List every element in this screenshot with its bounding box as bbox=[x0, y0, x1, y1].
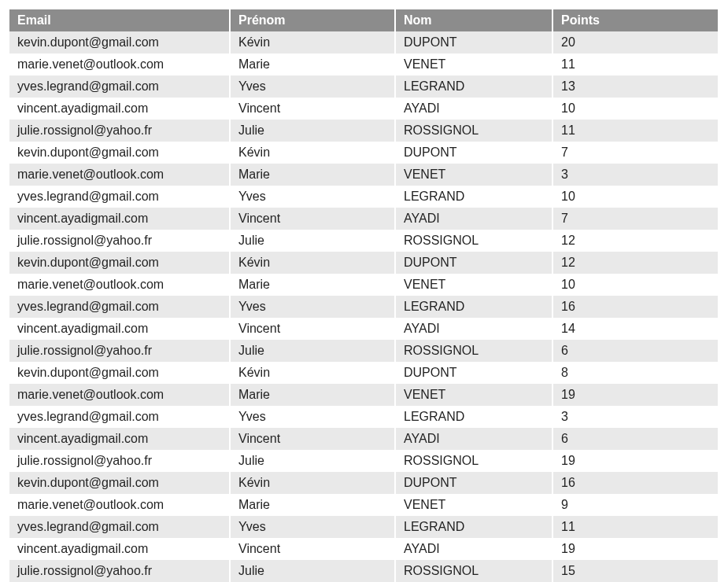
cell-prenom: Yves bbox=[230, 296, 395, 318]
cell-email: julie.rossignol@yahoo.fr bbox=[9, 230, 230, 252]
cell-email: julie.rossignol@yahoo.fr bbox=[9, 560, 230, 582]
cell-nom: VENET bbox=[395, 494, 552, 516]
cell-prenom: Marie bbox=[230, 384, 395, 406]
cell-email: kevin.dupont@gmail.com bbox=[9, 472, 230, 494]
cell-points: 19 bbox=[552, 450, 718, 472]
cell-email: julie.rossignol@yahoo.fr bbox=[9, 450, 230, 472]
cell-nom: DUPONT bbox=[395, 142, 552, 164]
cell-prenom: Kévin bbox=[230, 362, 395, 384]
table-row: vincent.ayadigmail.comVincentAYADI6 bbox=[9, 428, 718, 450]
cell-email: julie.rossignol@yahoo.fr bbox=[9, 340, 230, 362]
cell-points: 16 bbox=[552, 296, 718, 318]
cell-prenom: Marie bbox=[230, 53, 395, 76]
cell-nom: AYADI bbox=[395, 318, 552, 340]
table-row: yves.legrand@gmail.comYvesLEGRAND11 bbox=[9, 516, 718, 538]
cell-email: vincent.ayadigmail.com bbox=[9, 98, 230, 120]
cell-nom: ROSSIGNOL bbox=[395, 450, 552, 472]
cell-nom: AYADI bbox=[395, 208, 552, 230]
cell-points: 9 bbox=[552, 494, 718, 516]
cell-points: 19 bbox=[552, 538, 718, 560]
cell-nom: AYADI bbox=[395, 428, 552, 450]
table-row: yves.legrand@gmail.comYvesLEGRAND3 bbox=[9, 406, 718, 428]
cell-prenom: Vincent bbox=[230, 318, 395, 340]
cell-points: 3 bbox=[552, 406, 718, 428]
cell-points: 6 bbox=[552, 340, 718, 362]
table-header-row: Email Prénom Nom Points bbox=[9, 9, 718, 31]
table-row: marie.venet@outlook.comMarieVENET10 bbox=[9, 274, 718, 296]
header-nom: Nom bbox=[395, 9, 552, 31]
cell-points: 7 bbox=[552, 208, 718, 230]
cell-email: marie.venet@outlook.com bbox=[9, 53, 230, 76]
table-row: kevin.dupont@gmail.comKévinDUPONT20 bbox=[9, 31, 718, 53]
cell-nom: DUPONT bbox=[395, 31, 552, 53]
table-row: julie.rossignol@yahoo.frJulieROSSIGNOL12 bbox=[9, 230, 718, 252]
table-row: vincent.ayadigmail.comVincentAYADI19 bbox=[9, 538, 718, 560]
cell-points: 20 bbox=[552, 31, 718, 53]
cell-nom: DUPONT bbox=[395, 252, 552, 274]
cell-points: 6 bbox=[552, 428, 718, 450]
table-row: kevin.dupont@gmail.comKévinDUPONT7 bbox=[9, 142, 718, 164]
table-body: kevin.dupont@gmail.comKévinDUPONT20marie… bbox=[9, 31, 718, 582]
cell-prenom: Yves bbox=[230, 516, 395, 538]
cell-email: yves.legrand@gmail.com bbox=[9, 186, 230, 208]
cell-points: 8 bbox=[552, 362, 718, 384]
cell-nom: LEGRAND bbox=[395, 76, 552, 98]
cell-email: yves.legrand@gmail.com bbox=[9, 296, 230, 318]
cell-nom: AYADI bbox=[395, 98, 552, 120]
cell-points: 19 bbox=[552, 384, 718, 406]
cell-prenom: Julie bbox=[230, 230, 395, 252]
cell-nom: LEGRAND bbox=[395, 186, 552, 208]
table-row: yves.legrand@gmail.comYvesLEGRAND16 bbox=[9, 296, 718, 318]
cell-email: kevin.dupont@gmail.com bbox=[9, 252, 230, 274]
cell-points: 12 bbox=[552, 252, 718, 274]
table-row: vincent.ayadigmail.comVincentAYADI7 bbox=[9, 208, 718, 230]
cell-points: 7 bbox=[552, 142, 718, 164]
cell-prenom: Julie bbox=[230, 450, 395, 472]
cell-prenom: Marie bbox=[230, 274, 395, 296]
cell-points: 14 bbox=[552, 318, 718, 340]
data-table: Email Prénom Nom Points kevin.dupont@gma… bbox=[9, 9, 718, 582]
cell-points: 10 bbox=[552, 186, 718, 208]
cell-points: 12 bbox=[552, 230, 718, 252]
table-row: vincent.ayadigmail.comVincentAYADI10 bbox=[9, 98, 718, 120]
table-row: marie.venet@outlook.comMarieVENET11 bbox=[9, 53, 718, 76]
cell-points: 13 bbox=[552, 76, 718, 98]
cell-prenom: Vincent bbox=[230, 538, 395, 560]
cell-nom: ROSSIGNOL bbox=[395, 340, 552, 362]
cell-email: yves.legrand@gmail.com bbox=[9, 76, 230, 98]
table-row: julie.rossignol@yahoo.frJulieROSSIGNOL19 bbox=[9, 450, 718, 472]
cell-nom: AYADI bbox=[395, 538, 552, 560]
table-row: marie.venet@outlook.comMarieVENET19 bbox=[9, 384, 718, 406]
table-row: kevin.dupont@gmail.comKévinDUPONT8 bbox=[9, 362, 718, 384]
cell-email: marie.venet@outlook.com bbox=[9, 494, 230, 516]
cell-email: vincent.ayadigmail.com bbox=[9, 428, 230, 450]
cell-email: marie.venet@outlook.com bbox=[9, 274, 230, 296]
cell-nom: DUPONT bbox=[395, 472, 552, 494]
cell-email: vincent.ayadigmail.com bbox=[9, 208, 230, 230]
cell-email: yves.legrand@gmail.com bbox=[9, 516, 230, 538]
cell-nom: LEGRAND bbox=[395, 516, 552, 538]
cell-prenom: Yves bbox=[230, 76, 395, 98]
cell-nom: ROSSIGNOL bbox=[395, 120, 552, 142]
cell-points: 11 bbox=[552, 120, 718, 142]
header-points: Points bbox=[552, 9, 718, 31]
table-row: kevin.dupont@gmail.comKévinDUPONT12 bbox=[9, 252, 718, 274]
table-row: yves.legrand@gmail.comYvesLEGRAND10 bbox=[9, 186, 718, 208]
table-row: julie.rossignol@yahoo.frJulieROSSIGNOL11 bbox=[9, 120, 718, 142]
cell-nom: LEGRAND bbox=[395, 406, 552, 428]
cell-prenom: Julie bbox=[230, 120, 395, 142]
cell-nom: ROSSIGNOL bbox=[395, 560, 552, 582]
cell-prenom: Julie bbox=[230, 340, 395, 362]
header-email: Email bbox=[9, 9, 230, 31]
table-row: vincent.ayadigmail.comVincentAYADI14 bbox=[9, 318, 718, 340]
cell-email: vincent.ayadigmail.com bbox=[9, 538, 230, 560]
cell-prenom: Marie bbox=[230, 494, 395, 516]
cell-prenom: Kévin bbox=[230, 472, 395, 494]
cell-points: 10 bbox=[552, 98, 718, 120]
cell-prenom: Kévin bbox=[230, 252, 395, 274]
cell-email: vincent.ayadigmail.com bbox=[9, 318, 230, 340]
cell-email: marie.venet@outlook.com bbox=[9, 384, 230, 406]
cell-points: 15 bbox=[552, 560, 718, 582]
cell-nom: VENET bbox=[395, 164, 552, 186]
header-prenom: Prénom bbox=[230, 9, 395, 31]
